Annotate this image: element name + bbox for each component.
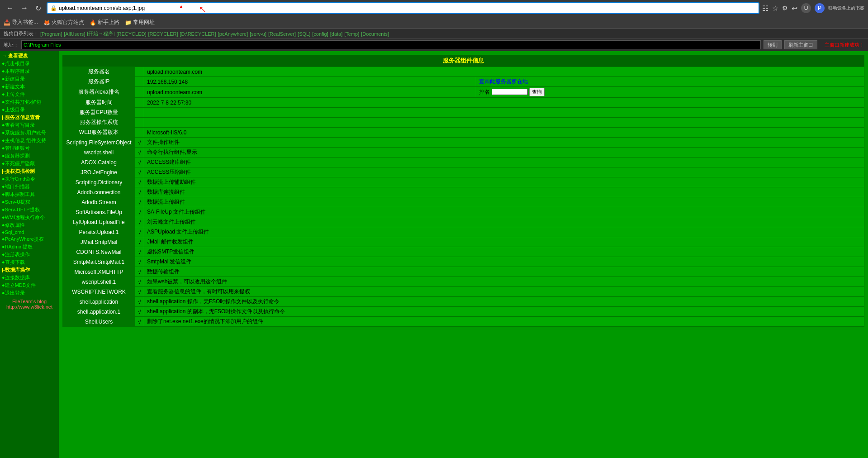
nav-links-row: 搜狗目录列表： [Program] [AllUsers] [开始→程序] [RE… bbox=[0, 29, 868, 39]
component-desc-15: 查看服务器信息的组件，有时可以用来提权 bbox=[144, 287, 864, 297]
sidebar-item-wmi[interactable]: ●WMI远程执行命令 bbox=[0, 214, 59, 221]
component-name-9: Persits.Upload.1 bbox=[63, 227, 135, 237]
sidebar-item-sysusers[interactable]: ●系统服务-用户账号 bbox=[0, 129, 59, 137]
component-name-6: Adodb.Stream bbox=[63, 197, 135, 207]
sidebar-item-pcanywhere[interactable]: ●PcAnyWhere提权 bbox=[0, 235, 59, 243]
nav-link-servu[interactable]: [serv-u] bbox=[250, 31, 266, 37]
label-alexa: 服务器Alexa排名 bbox=[63, 87, 135, 98]
avatar-icon[interactable]: U bbox=[801, 3, 811, 13]
component-check-0: √ bbox=[135, 138, 144, 148]
nav-link-temp[interactable]: [Temp] bbox=[344, 31, 359, 37]
sidebar-item-pack[interactable]: ●文件共打包-解包 bbox=[0, 98, 59, 106]
address-bar-wrap: 🔒 bbox=[47, 2, 759, 14]
path-label: 地址： bbox=[4, 42, 19, 48]
grid-icon[interactable]: ☷ bbox=[762, 4, 768, 13]
sidebar-item-db-connect[interactable]: ●连接数据库 bbox=[0, 274, 59, 281]
nav-link-realserver[interactable]: [RealServer] bbox=[268, 31, 296, 37]
nav-link-allusers[interactable]: [AllUsers] bbox=[64, 31, 85, 37]
nav-link-recycled[interactable]: [RECYCLED] bbox=[116, 31, 146, 37]
component-check-10: √ bbox=[135, 237, 144, 247]
sidebar-item-upload[interactable]: ●上传文件 bbox=[0, 91, 59, 98]
label-server-time: 服务器时间 bbox=[63, 98, 135, 108]
sidebar-item-logout[interactable]: ●退出登录 bbox=[0, 289, 59, 297]
table-row: WSCRIPT.NETWORK √ 查看服务器信息的组件，有时可以用来提权 bbox=[63, 287, 864, 297]
extra-server-ip[interactable]: 查询此服务器所在地 bbox=[476, 77, 864, 87]
sidebar-section-priv[interactable]: |-提权扫描检测 bbox=[0, 167, 59, 175]
component-desc-11: 虚拟SMTP发信组件 bbox=[144, 247, 864, 257]
nav-link-pcanywhere[interactable]: [pcAnywhere] bbox=[218, 31, 248, 37]
sidebar-section-server-info[interactable]: |-服务器信息查看 bbox=[0, 114, 59, 121]
sidebar-item-server-probe[interactable]: ●服务器探测 bbox=[0, 152, 59, 160]
sidebar-item-new-txt[interactable]: ●新建文本 bbox=[0, 83, 59, 91]
refresh-button[interactable]: 刷新主窗口 bbox=[784, 40, 817, 49]
sidebar-item-download[interactable]: ●直接下载 bbox=[0, 258, 59, 266]
sidebar-site-link[interactable]: http://www.w3lick.net bbox=[2, 304, 57, 310]
nav-link-start[interactable]: [开始→程序] bbox=[87, 30, 114, 37]
sidebar-blog-link[interactable]: FileTeam's blog bbox=[2, 299, 57, 304]
reload-button[interactable]: ↻ bbox=[33, 3, 44, 14]
value-alexa: upload.moonteam.com bbox=[144, 87, 476, 98]
toolbar-right: ☷ ☆ ⚙ ↩ U P 移动设备上的书签 bbox=[762, 3, 864, 13]
nav-link-documents[interactable]: [Documents] bbox=[361, 31, 389, 37]
sidebar-item-mdb[interactable]: ●建立MDB文件 bbox=[0, 281, 59, 289]
profile-icon[interactable]: P bbox=[815, 3, 825, 13]
nav-link-sql[interactable]: [SQL] bbox=[298, 31, 310, 37]
value-os bbox=[144, 118, 864, 128]
table-row: 服务器名 upload.moonteam.com bbox=[63, 67, 864, 77]
sidebar-item-cmd[interactable]: ●执行Cmd命令 bbox=[0, 175, 59, 183]
sidebar-item-zombie[interactable]: ●不死僵尸隐藏 bbox=[0, 160, 59, 167]
nav-link-recycler[interactable]: [RECYCLER] bbox=[148, 31, 178, 37]
component-desc-1: 命令行执行组件,显示 bbox=[144, 148, 864, 157]
sidebar-item-new-dir[interactable]: ●新建目录 bbox=[0, 75, 59, 83]
sidebar-item-servu[interactable]: ●Serv-U提权 bbox=[0, 198, 59, 206]
mobile-label: 移动设备上的书签 bbox=[828, 5, 864, 11]
back-button[interactable]: ← bbox=[4, 3, 16, 13]
nav-link-config[interactable]: [config] bbox=[312, 31, 328, 37]
back-arrow-icon[interactable]: ↩ bbox=[792, 4, 797, 13]
lock-icon: 🔒 bbox=[50, 5, 57, 11]
forward-button[interactable]: → bbox=[18, 3, 31, 13]
table-row: ADOX.Catalog √ ACCESS建库组件 bbox=[63, 157, 864, 167]
component-desc-18: 删除了net.exe net1.exe的情况下添加用户的组件 bbox=[144, 317, 864, 327]
component-desc-17: shell.application 的副本，无FSO时操作文件以及执行命令 bbox=[144, 307, 864, 317]
main-layout: → 查看硬盘 ●点击根目录 ●本程序目录 ●新建目录 ●新建文本 ●上传文件 ●… bbox=[0, 51, 868, 458]
sidebar-item-radmin[interactable]: ●RAdmin提权 bbox=[0, 243, 59, 251]
table-row: Adodb.connection √ 数据库连接组件 bbox=[63, 187, 864, 197]
sidebar-item-root[interactable]: ●点击根目录 bbox=[0, 60, 59, 67]
address-bar[interactable] bbox=[59, 5, 756, 11]
sidebar-item-portscan[interactable]: ●端口扫描器 bbox=[0, 183, 59, 191]
value-cpu bbox=[144, 108, 864, 118]
red-arrow-line: ▲ bbox=[179, 4, 184, 9]
sidebar-section-disk[interactable]: → 查看硬盘 bbox=[0, 52, 59, 60]
rank-query-button[interactable]: 查询 bbox=[529, 88, 545, 96]
bookmark-new[interactable]: 🔥 新手上路 bbox=[90, 19, 119, 26]
sidebar-item-prog-dir[interactable]: ●本程序目录 bbox=[0, 67, 59, 75]
nav-link-data[interactable]: [data] bbox=[330, 31, 343, 37]
sidebar-item-admgrp[interactable]: ●管理组账号 bbox=[0, 144, 59, 152]
table-row: CDONTS.NewMail √ 虚拟SMTP发信组件 bbox=[63, 247, 864, 257]
sidebar-footer: FileTeam's blog http://www.w3lick.net bbox=[0, 297, 59, 311]
sidebar-item-chmod[interactable]: ●修改属性 bbox=[0, 221, 59, 229]
rank-input[interactable] bbox=[492, 89, 528, 95]
sidebar-section-db[interactable]: |-数据库操作 bbox=[0, 266, 59, 274]
bookmark-common[interactable]: 📁 常用网址 bbox=[125, 19, 155, 26]
sidebar-item-servuftp[interactable]: ●Serv-UFTP提权 bbox=[0, 206, 59, 214]
label-cpu: 服务器CPU数量 bbox=[63, 108, 135, 118]
sidebar-item-registry[interactable]: ●注册表操作 bbox=[0, 251, 59, 258]
path-input[interactable] bbox=[21, 40, 761, 49]
sidebar-item-sqlcmd[interactable]: ●Sql_cmd bbox=[0, 229, 59, 235]
component-check-14: √ bbox=[135, 277, 144, 287]
star-icon[interactable]: ☆ bbox=[772, 4, 778, 13]
sidebar-item-script-probe[interactable]: ●脚本探测工具 bbox=[0, 191, 59, 198]
settings-icon[interactable]: ⚙ bbox=[782, 5, 788, 12]
goto-button[interactable]: 转到 bbox=[764, 40, 782, 49]
nav-link-program[interactable]: [Program] bbox=[40, 31, 62, 37]
sidebar-item-hostinfo[interactable]: ●主机信息-组件支持 bbox=[0, 137, 59, 144]
nav-link-drecycler[interactable]: [D:\RECYCLER] bbox=[180, 31, 216, 37]
sidebar-item-parent[interactable]: ●上级目录 bbox=[0, 106, 59, 114]
path-row: 地址： 转到 刷新主窗口 主窗口新建成功！ bbox=[0, 39, 868, 51]
check-cpu bbox=[135, 108, 144, 118]
bookmark-import[interactable]: 📥 导入书签... bbox=[4, 19, 38, 26]
bookmark-firefox[interactable]: 🦊 火狐官方站点 bbox=[43, 19, 84, 26]
sidebar-item-writable[interactable]: ●查看可写目录 bbox=[0, 121, 59, 129]
